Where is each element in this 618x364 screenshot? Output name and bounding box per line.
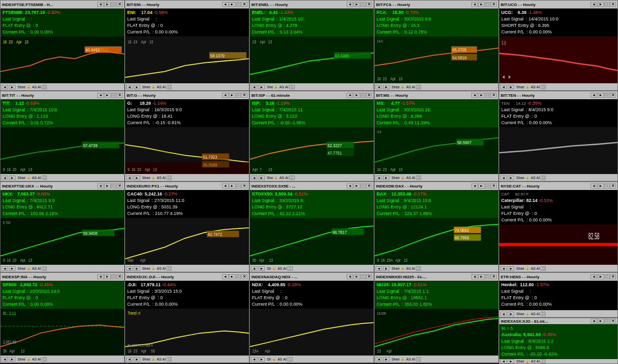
svg-text:14.0: 14.0 [377,39,383,43]
svg-rect-72 [375,309,498,356]
panel-info-ndx: NDX: 4,409.85 -0.28% Last Signal : FLAT … [250,281,374,309]
svg-text:16  23    Apr     50: 16 23 Apr 50 [128,349,155,354]
panel-header-tit: BIT:TIT - - Hourly ◄ ► □ ✕ [0,91,124,99]
panel-toolbar-sx5e[interactable]: ◄ ► Sh 🔒 AS AI □ [250,265,374,272]
panel-header-dax: INDEXDB:DAX - - Hourly ◄ ► □ ✕ [375,182,498,190]
svg-text:51.7323: 51.7323 [203,155,217,160]
panel-header-g: BIT:G - - Hourly ◄ ► □ ✕ [125,91,249,99]
panel-chart-ukx: 6,700 9 16 23 Apr 13 59.9408 [0,218,124,265]
panel-toolbar-fca[interactable]: ◄ ► Shee 🔒 AS AI □ [375,83,498,90]
panel-dji: INDEXDJX:.DJI - - Hourly ◄ ► □ ✕ .DJI: 1… [125,272,249,363]
panel-toolbar-ucg[interactable]: ◄ ► Shee 🔒 AS AI □ [499,83,618,90]
panel-toolbar-eni[interactable]: ◄ ► Shee 🔒 AS AI □ [125,83,249,90]
panel-info-ni225: NI225: 19,907.17 -0.01% Last Signal : 7/… [375,281,498,309]
panel-toolbar-hen3[interactable]: ◄ ► Shee 🔒 AS AI □ [499,310,618,317]
svg-text:◄   ►: ◄ ► [502,73,513,80]
svg-text:2,051.89: 2,051.89 [3,340,16,345]
panel-px1: INDEXEURO:PX1 - - Hourly ◄ ► □ ✕ CAC40: … [125,182,249,272]
panel-info-dji: .DJI: 17,979.11 -0.44% Last Signal : 3/3… [125,281,249,309]
svg-text:74.0692: 74.0692 [455,228,469,233]
panel-info-enel: ENEL: 4.41 -1.43% Last Signal : 1/4/2015… [250,8,374,36]
panel-inx: INDEXSP:INX - - Hourly ◄ ► □ ✕ SP500: 2,… [0,272,125,363]
svg-text:16  23    Apr   13: 16 23 Apr 13 [377,77,403,82]
svg-text:9  16  23    Apr   13: 9 16 23 Apr 13 [3,258,32,263]
svg-text:4.0: 4.0 [377,130,382,134]
panel-chart-enel: 23 Apr 13 63.6085 [250,36,374,83]
panel-isp: BIT:ISP - - 61-minute ◄ ► □ ✕ ISP: 3.16 … [249,91,374,182]
svg-text:30   Apr      13: 30 Apr 13 [3,349,24,354]
panel-chart-eni: 16 23 Apr 13 58.1079 [125,36,249,83]
panel-header-px1: INDEXEURO:PX1 - - Hourly ◄ ► □ ✕ [125,182,249,190]
panel-info-cat: CAT: 82.57 F Caterpillar: 82.14 -0.53% L… [499,190,618,224]
panel-ten: BIT:TEN - - Hourly ◄ ► □ ✕ TEN: 14.12 -0… [499,91,618,182]
panel-toolbar-ms[interactable]: ◄ ► Shee 🔒 AS AI □ [375,174,498,181]
panel-header-ms: BIT:MS - - Hourly ◄ ► □ ✕ [375,91,498,99]
panel-toolbar-xjo[interactable]: ◄ ► Shee 🔒 AS AI □ [499,359,618,364]
panel-header-sx5e: INDEXSTOXX:SX5E - ... ◄ ► □ ✕ [250,182,374,190]
panel-ndx: INDEXNASDAQ:NDX - ... ◄ ► □ ✕ NDX: 4,409… [249,272,374,363]
panel-header-xjo: INDEXASX:XJO - 61-mi... ◄ ► □ ✕ [499,318,618,324]
panel-controls[interactable]: ◄ ► □ ✕ [97,2,123,7]
panel-toolbar-dax[interactable]: ◄ ► Shee 🔒 AS AI □ [375,265,498,272]
panel-ni225: INDEXNIKKEI:NI225 - 61-... ◄ ► □ ✕ NI225… [374,272,499,363]
panel-title-eni: BIT:ENI - - Hourly [127,2,159,7]
panel-info-ukx: UKX: 7,063.37 -0.00% Last Signal : 7/4/2… [0,190,124,218]
svg-text:65.3705: 65.3705 [452,47,467,53]
panel-toolbar-ten[interactable]: ◄ ► Shee 🔒 AS AI □ [499,174,618,181]
svg-text:35.3588: 35.3588 [203,162,217,168]
panel-toolbar-g[interactable]: ◄ ► Shee 🔒 AS AI □ [125,174,249,181]
panel-toolbar-enel[interactable]: ◄ ► She 🔒 AS AI □ [250,83,374,90]
panel-chart-fca: 14.0 16 23 Apr 13 65.3705 54.5818 [375,36,498,83]
panel-toolbar-isp[interactable]: ◄ ► She 🔒 AS AI □ [250,174,374,181]
panel-cat: NYSE:CAT - - Hourly ◄ ► □ ✕ CAT: 82.57 F… [499,182,618,272]
panel-info-ten: TEN: 14.12 -0.35% Last Signal : 8/4/2015… [499,99,618,127]
svg-text:9  16  23    Apr   13: 9 16 23 Apr 13 [3,168,32,173]
panel-chart-tit: 9 16 23 Apr 13 57.4739 [0,127,124,174]
panel-toolbar-cat[interactable]: ◄ ► Shee 🔒 AS AI □ [499,265,618,272]
svg-text:16  23    Apr   13: 16 23 Apr 13 [128,40,153,45]
panel-tit: BIT:TIT - - Hourly ◄ ► □ ✕ TIT: 1.12 -0.… [0,91,125,182]
panel-toolbar-dji[interactable]: ◄ ► Shee 🔒 AS AI □ [125,356,249,363]
panel-ftsemib: INDEXFTSE:FTSEMIB - H... ◄ ► □ ✕ FTSEMIB… [0,0,125,91]
svg-text:16  23    Apr   13: 16 23 Apr 13 [377,168,403,173]
panel-toolbar-tit[interactable]: ◄ ► Shee 🔒 AS AI □ [0,174,124,181]
svg-text:62.7472: 62.7472 [208,232,222,237]
panel-toolbar-ftsemib[interactable]: ◄ ► Shee 🔒 AS AI □ [0,83,124,90]
panel-chart-ten [499,127,618,174]
panel-info-eni: ENI: 17.04 -0.58% Last Signal : FLAT Ent… [125,8,249,36]
panel-header-enel: BIT:ENEL - - Hourly ◄ ► □ ✕ [250,0,374,8]
panel-info-inx: SP500: 2,092.72 -0.45% Last Signal : 10/… [0,281,124,309]
panel-header-eni: BIT:ENI - - Hourly ◄ ► □ ✕ [125,0,249,8]
panel-chart-ms: 4.0 16 23 Apr 13 58.5907 [375,127,498,174]
panel-ucg: BIT:UCG - - Hourly ◄ ► □ ✕ UCG: 6.39 -1.… [499,0,618,91]
svg-text:62.3227: 62.3227 [328,143,342,148]
panel-chart-inx: 30 Apr 13 BL: 2,11 2,051.89 [0,309,124,356]
panel-xjo: INDEXASX:XJO - 61-mi... ◄ ► □ ✕ BL = 5. … [499,318,618,364]
panel-hen3: ETR:HEN3 - - Hourly ◄ ► □ ✕ Henkel: 112.… [499,272,618,318]
svg-text:FL:100 FL:17969.4: FL:100 FL:17969.4 [128,344,153,348]
svg-text:23A       Apr: 23A Apr [252,349,270,354]
panel-toolbar-ukx[interactable]: ◄ ► Shee 🔒 AS AI □ [0,265,124,272]
panel-header-fca: BIT:FCA - - Hourly ◄ ► □ ✕ [375,0,498,8]
panel-chart-cat: 82.58 [499,224,618,265]
panel-toolbar-ndx[interactable]: ◄ ► Sh 🔒 AS AI □ [250,356,374,363]
panel-info-dax: DAX: 12,353.46 -0.17% Last Signal : 9/4/… [375,190,498,218]
panel-info-hen3: Henkel: 112.80 -1.57% Last Signal : FLAT… [499,281,618,310]
panel-sx5e: INDEXSTOXX:SX5E - ... ◄ ► □ ✕ STOXX50: 3… [249,182,374,272]
svg-text:9  16  23A   Apr   13: 9 16 23A Apr 13 [377,258,408,263]
svg-text:23      Apr: 23 Apr [377,349,392,354]
panel-chart-dax: 9 16 23A Apr 13 74.0692 68.7956 [375,218,498,265]
panel-info-px1: CAC40: 5,242.16 -0.27% Last Signal : 27/… [125,190,249,218]
panel-info-isp: ISP: 3.16 -1.19% Last Signal : 7/4/2015 … [250,99,374,127]
svg-text:16  23    Apr   13: 16 23 Apr 13 [3,40,28,45]
panel-toolbar-px1[interactable]: ◄ ► Shee 🔒 AS AI □ [125,265,249,272]
panel-chart-dji: Trend =! 16 23 Apr 50 FL:100 FL:17969.4 [125,309,249,356]
svg-text:5.8: 5.8 [502,40,506,46]
panel-toolbar-inx[interactable]: ◄ ► Shee 🔒 AS AI □ [0,356,124,363]
svg-text:57.4739: 57.4739 [83,143,98,148]
svg-text:Trend =!: Trend =! [128,311,141,316]
panel-header-isp: BIT:ISP - - 61-minute ◄ ► □ ✕ [250,91,374,99]
panel-toolbar-ni225[interactable]: ◄ ► Shee 🔒 AS AI □ [375,356,498,363]
panel-eni: BIT:ENI - - Hourly ◄ ► □ ✕ ENI: 17.04 -0… [125,0,249,91]
panel-chart-ndx: 23A Apr [250,309,374,356]
